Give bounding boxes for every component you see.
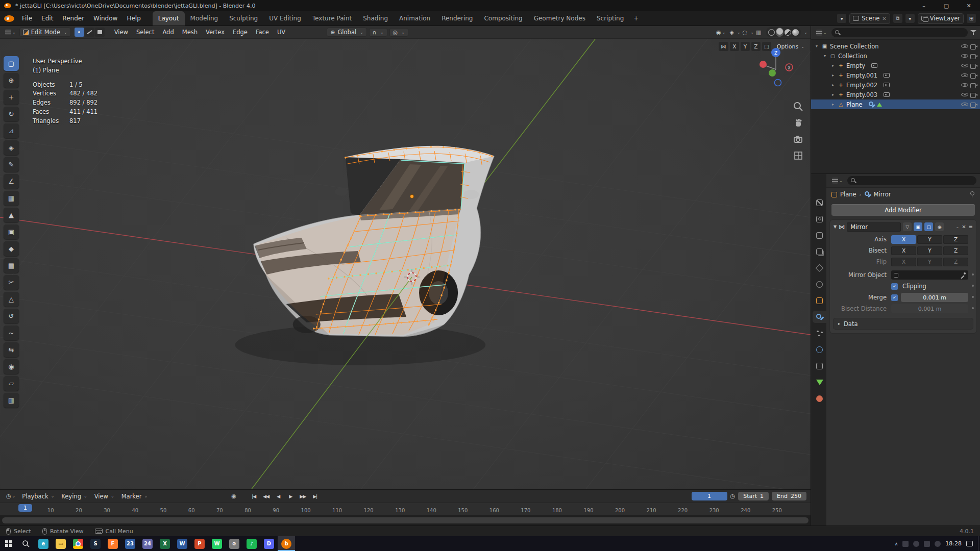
animate-dot[interactable] — [972, 273, 974, 276]
play-button[interactable]: ▶ — [285, 491, 296, 501]
workspace-tab[interactable]: Scripting — [591, 11, 629, 26]
rendered-shading-button[interactable] — [792, 29, 799, 36]
timeline-scrollbar[interactable] — [0, 515, 811, 525]
zoom-icon[interactable] — [793, 101, 804, 112]
3d-viewport[interactable]: ▢ ⊕ + ↻ ⊿ ◈ ✎ ∠ — [0, 39, 811, 489]
tool-button[interactable]: ▢ — [4, 56, 19, 71]
tool-button[interactable]: ↻ — [4, 107, 19, 121]
properties-tab[interactable] — [813, 213, 826, 225]
taskbar-app-button[interactable]: X — [156, 536, 174, 551]
material-shading-button[interactable] — [785, 29, 791, 36]
flip-x-button[interactable]: X — [891, 258, 916, 266]
volume-icon[interactable] — [935, 541, 941, 547]
show-on-cage-toggle[interactable]: ▽ — [903, 222, 912, 231]
tool-button[interactable]: ◉ — [4, 359, 19, 374]
face-select-button[interactable] — [95, 28, 105, 37]
properties-tab[interactable] — [813, 294, 826, 307]
disable-render-icon[interactable] — [970, 92, 977, 98]
menu-item[interactable]: File — [17, 13, 37, 23]
taskbar-app-button[interactable]: D — [260, 536, 278, 551]
flip-z-button[interactable]: Z — [943, 258, 968, 266]
timeline-menu-item[interactable]: Marker⌄ — [118, 491, 151, 502]
outliner-row[interactable]: ▸ Plane — [811, 99, 980, 109]
workspace-tab[interactable]: Modeling — [185, 11, 224, 26]
solid-shading-button[interactable] — [776, 28, 783, 37]
maximize-button[interactable]: ▢ — [935, 0, 958, 11]
outliner-row[interactable]: ▾ Scene Collection — [811, 41, 980, 51]
disable-render-icon[interactable] — [970, 72, 977, 79]
viewport-menu-item[interactable]: Vertex — [202, 27, 229, 37]
clipping-checkbox[interactable]: ✓ — [891, 283, 898, 290]
taskbar-app-button[interactable]: o — [69, 536, 87, 551]
pan-hand-icon[interactable] — [793, 117, 804, 129]
taskbar-app-button[interactable]: ♪ — [243, 536, 260, 551]
navigation-gizmo[interactable]: Z X — [754, 46, 797, 90]
properties-tab[interactable] — [813, 245, 826, 258]
tool-button[interactable]: △ — [4, 292, 19, 307]
properties-editor-type-button[interactable]: ⌄ — [830, 177, 845, 185]
bisect-y-button[interactable]: Y — [917, 246, 942, 255]
expand-arrow-icon[interactable]: ▸ — [830, 92, 836, 97]
collapse-arrow-icon[interactable]: ▼ — [834, 224, 837, 229]
proportional-editing-controls[interactable]: ◎⌄ — [389, 28, 408, 37]
workspace-tab[interactable]: Rendering — [436, 11, 478, 26]
viewport-menu-item[interactable]: View — [110, 27, 132, 37]
expand-arrow-icon[interactable]: ▸ — [830, 102, 836, 107]
viewport-menu-item[interactable]: Mesh — [178, 27, 202, 37]
merge-checkbox[interactable]: ✓ — [891, 294, 898, 301]
start-button[interactable] — [0, 536, 17, 551]
taskbar-app-button[interactable]: e — [35, 536, 52, 551]
tool-button[interactable]: ▦ — [4, 191, 19, 206]
workspace-tab[interactable]: Sculpting — [224, 11, 263, 26]
viewlayer-browse-icon[interactable]: ▾ — [905, 14, 915, 23]
taskbar-app-button[interactable]: P — [191, 536, 208, 551]
blender-menu-icon[interactable] — [4, 15, 14, 22]
tool-button[interactable]: ✂ — [4, 275, 19, 290]
start-frame-field[interactable]: Start1 — [738, 492, 769, 500]
flip-y-button[interactable]: Y — [917, 258, 942, 266]
edge-select-button[interactable] — [85, 28, 94, 37]
outliner-editor-type-button[interactable]: ⌄ — [814, 29, 829, 37]
play-reverse-button[interactable]: ◀ — [273, 491, 284, 501]
timeline-ruler[interactable]: 1 11020304050607080901001101201301401501… — [0, 503, 811, 515]
jump-to-end-button[interactable]: ▶| — [309, 491, 321, 501]
bisect-x-button[interactable]: X — [891, 246, 916, 255]
viewport-menu-item[interactable]: Edge — [229, 27, 252, 37]
workspace-tab[interactable]: Compositing — [478, 11, 528, 26]
outliner-search[interactable] — [831, 28, 968, 37]
show-in-editmode-toggle[interactable]: ▣ — [914, 222, 922, 231]
outliner-search-input[interactable] — [843, 30, 964, 36]
workspace-tab[interactable]: Shading — [357, 11, 394, 26]
mirror-y-toggle[interactable]: Y — [741, 42, 750, 51]
outliner-row[interactable]: ▸ Empty.003 — [811, 90, 980, 99]
timeline-menu-item[interactable]: Keying⌄ — [58, 491, 90, 502]
show-desktop-button[interactable] — [978, 536, 980, 551]
timeline-scroll-thumb[interactable] — [2, 517, 808, 523]
end-frame-field[interactable]: End250 — [772, 492, 806, 500]
delete-modifier-icon[interactable]: ✕ — [962, 224, 966, 230]
tool-button[interactable]: ◈ — [4, 140, 19, 155]
expand-arrow-icon[interactable]: ▸ — [830, 63, 836, 68]
tool-button[interactable]: ▥ — [4, 393, 19, 408]
menu-item[interactable]: Window — [89, 13, 122, 23]
ortho-grid-icon[interactable] — [793, 150, 804, 161]
disable-render-icon[interactable] — [970, 63, 977, 69]
properties-search-input[interactable] — [859, 178, 973, 184]
workspace-tab[interactable]: Texture Paint — [307, 11, 357, 26]
scene-browse-icon[interactable]: ▾ — [837, 14, 846, 23]
hide-eye-icon[interactable] — [961, 101, 968, 108]
menu-item[interactable]: Help — [122, 13, 145, 23]
tray-icon[interactable] — [913, 541, 919, 547]
expand-arrow-icon[interactable]: ▾ — [822, 54, 827, 58]
data-subpanel-header[interactable]: ▸ Data — [834, 318, 973, 329]
notification-center-icon[interactable] — [966, 541, 973, 546]
wireframe-shading-button[interactable] — [768, 29, 775, 36]
next-keyframe-button[interactable]: ▶▶ — [297, 491, 308, 501]
bisect-z-button[interactable]: Z — [943, 246, 968, 255]
merge-threshold-field[interactable]: 0.001 m — [901, 293, 968, 302]
taskbar-app-button[interactable]: W — [174, 536, 191, 551]
workspace-tab[interactable]: UV Editing — [263, 11, 307, 26]
animate-dot[interactable] — [972, 296, 974, 298]
hide-eye-icon[interactable] — [961, 91, 968, 98]
tool-button[interactable]: ↺ — [4, 309, 19, 323]
